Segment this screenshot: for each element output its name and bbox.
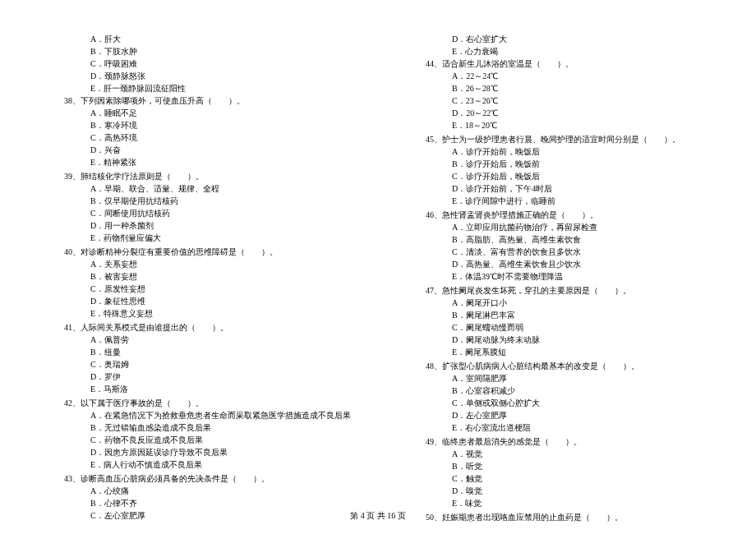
option: D．阑尾动脉为终末动脉 xyxy=(403,334,715,346)
option: D．左心室肥厚 xyxy=(403,409,715,421)
option: B．无过错输血感染造成不良后果 xyxy=(41,421,353,434)
question: 41、人际间关系模式是由谁提出的（ ）。A．佩普劳B．纽曼C．奥瑞姆D．罗伊E．… xyxy=(41,321,353,395)
question-text: 42、以下属于医疗事故的是（ ）。 xyxy=(41,397,353,409)
option: A．关系妄想 xyxy=(41,258,353,270)
option: D．20～22℃ xyxy=(403,107,715,119)
option: D．高热量、高维生素饮食且少饮水 xyxy=(403,258,715,270)
option: B．听觉 xyxy=(403,460,715,472)
question-text: 46、急性肾盂肾炎护理措施正确的是（ ）。 xyxy=(403,209,715,221)
questions-right: 44、适合新生儿沐浴的室温是（ ）。A．22～24℃B．26～28℃C．23～2… xyxy=(403,58,715,523)
option: B．纽曼 xyxy=(41,346,353,358)
option: D．用一种杀菌剂 xyxy=(41,219,353,232)
question-text: 38、下列因素除哪项外，可使血压升高（ ）。 xyxy=(41,94,353,107)
question-text: 47、急性阑尾炎发生坏死，穿孔的主要原因是（ ）。 xyxy=(403,284,715,297)
option: D．颈静脉怒张 xyxy=(41,70,353,82)
question-text: 41、人际间关系模式是由谁提出的（ ）。 xyxy=(41,321,353,334)
page-footer: 第 4 页 共 16 页 xyxy=(0,510,756,522)
option: D．右心室扩大 xyxy=(403,33,715,45)
option: B．下肢水肿 xyxy=(41,45,353,58)
question-text: 48、扩张型心肌病病人心脏结构最基本的改变是（ ）。 xyxy=(403,360,715,372)
option: D．象征性思维 xyxy=(41,295,353,307)
option: D．罗伊 xyxy=(41,371,353,383)
option: E．体温39℃时不需要物理降温 xyxy=(403,270,715,283)
option: A．肝大 xyxy=(41,33,353,45)
option: E．18～20℃ xyxy=(403,119,715,131)
option: D．嗅觉 xyxy=(403,485,715,497)
option: A．睡眠不足 xyxy=(41,107,353,119)
pre-options-right: D．右心室扩大E．心力衰竭 xyxy=(403,33,715,58)
option: A．22～24℃ xyxy=(403,70,715,82)
option: E．病人行动不慎造成不良后果 xyxy=(41,458,353,471)
question-text: 39、肺结核化学疗法原则是（ ）。 xyxy=(41,170,353,182)
option: C．触觉 xyxy=(403,472,715,485)
question: 45、护士为一级护理患者行晨、晚间护理的适宜时间分别是（ ）。A．诊疗开始前，晚… xyxy=(403,133,715,207)
questions-left: 38、下列因素除哪项外，可使血压升高（ ）。A．睡眠不足B．寒冷环境C．高热环境… xyxy=(41,94,353,522)
right-column: D．右心室扩大E．心力衰竭 44、适合新生儿沐浴的室温是（ ）。A．22～24℃… xyxy=(403,33,715,525)
document-columns: A．肝大B．下肢水肿C．呼吸困难D．颈静脉怒张E．肝一颈静脉回流征阳性 38、下… xyxy=(41,33,715,525)
option: B．寒冷环境 xyxy=(41,119,353,131)
option: E．阑尾系膜短 xyxy=(403,346,715,358)
question: 47、急性阑尾炎发生坏死，穿孔的主要原因是（ ）。A．阑尾开口小B．阑尾淋巴丰富… xyxy=(403,284,715,358)
option: A．诊疗开始前，晚饭后 xyxy=(403,145,715,158)
option: A．佩普劳 xyxy=(41,334,353,346)
option: E．精神紧张 xyxy=(41,156,353,168)
option: E．马斯洛 xyxy=(41,383,353,395)
option: E．药物剂量应偏大 xyxy=(41,232,353,244)
question: 39、肺结核化学疗法原则是（ ）。A．早期、联合、适量、规律、全程B．仅早期使用… xyxy=(41,170,353,244)
option: B．仅早期使用抗结核药 xyxy=(41,195,353,207)
option: D．因患方原因延误诊疗导致不良后果 xyxy=(41,446,353,458)
option: E．特殊意义妄想 xyxy=(41,307,353,320)
question: 42、以下属于医疗事故的是（ ）。A．在紧急情况下为抢救垂危患者生命而采取紧急医… xyxy=(41,397,353,471)
question-text: 49、临终患者最后消失的感觉是（ ）。 xyxy=(403,435,715,448)
option: A．立即应用抗菌药物治疗，再留尿检查 xyxy=(403,221,715,233)
question: 44、适合新生儿沐浴的室温是（ ）。A．22～24℃B．26～28℃C．23～2… xyxy=(403,58,715,131)
option: B．心律不齐 xyxy=(41,497,353,509)
option: B．被害妄想 xyxy=(41,270,353,283)
option: E．味觉 xyxy=(403,497,715,509)
option: B．诊疗开始后，晚饭前 xyxy=(403,158,715,170)
option: B．高脂肪、高热量、高维生素饮食 xyxy=(403,233,715,246)
question-text: 43、诊断高血压心脏病必须具备的先决条件是（ ）。 xyxy=(41,472,353,485)
question-text: 44、适合新生儿沐浴的室温是（ ）。 xyxy=(403,58,715,70)
question: 40、对诊断精神分裂症有重要价值的思维障碍是（ ）。A．关系妄想B．被害妄想C．… xyxy=(41,246,353,320)
option: C．高热环境 xyxy=(41,131,353,144)
option: C．23～26℃ xyxy=(403,94,715,107)
option: E．肝一颈静脉回流征阳性 xyxy=(41,82,353,94)
option: C．清淡、富有营养的饮食且多饮水 xyxy=(403,246,715,258)
option: E．右心室流出道梗阻 xyxy=(403,421,715,434)
pre-options-left: A．肝大B．下肢水肿C．呼吸困难D．颈静脉怒张E．肝一颈静脉回流征阳性 xyxy=(41,33,353,94)
option: B．心室容积减少 xyxy=(403,384,715,397)
option: B．阑尾淋巴丰富 xyxy=(403,309,715,321)
question: 49、临终患者最后消失的感觉是（ ）。A．视觉B．听觉C．触觉D．嗅觉E．味觉 xyxy=(403,435,715,509)
option: C．药物不良反应造成不良后果 xyxy=(41,434,353,446)
question-text: 40、对诊断精神分裂症有重要价值的思维障碍是（ ）。 xyxy=(41,246,353,258)
option: E．诊疗间隙中进行，临睡前 xyxy=(403,195,715,207)
option: A．在紧急情况下为抢救垂危患者生命而采取紧急医学措施造成不良后果 xyxy=(41,409,353,421)
option: C．阑尾蠕动慢而弱 xyxy=(403,321,715,334)
option: A．心绞痛 xyxy=(41,485,353,497)
option: A．视觉 xyxy=(403,448,715,460)
option: A．早期、联合、适量、规律、全程 xyxy=(41,182,353,195)
question-text: 45、护士为一级护理患者行晨、晚间护理的适宜时间分别是（ ）。 xyxy=(403,133,715,145)
left-column: A．肝大B．下肢水肿C．呼吸困难D．颈静脉怒张E．肝一颈静脉回流征阳性 38、下… xyxy=(41,33,353,525)
option: D．诊疗开始前，下午4时后 xyxy=(403,182,715,195)
option: E．心力衰竭 xyxy=(403,45,715,58)
option: C．间断使用抗结核药 xyxy=(41,207,353,219)
option: A．室间隔肥厚 xyxy=(403,372,715,384)
question: 38、下列因素除哪项外，可使血压升高（ ）。A．睡眠不足B．寒冷环境C．高热环境… xyxy=(41,94,353,168)
option: C．奥瑞姆 xyxy=(41,358,353,371)
option: D．兴奋 xyxy=(41,144,353,156)
question: 48、扩张型心肌病病人心脏结构最基本的改变是（ ）。A．室间隔肥厚B．心室容积减… xyxy=(403,360,715,434)
option: A．阑尾开口小 xyxy=(403,297,715,309)
question: 46、急性肾盂肾炎护理措施正确的是（ ）。A．立即应用抗菌药物治疗，再留尿检查B… xyxy=(403,209,715,283)
option: C．呼吸困难 xyxy=(41,58,353,70)
option: C．单侧或双侧心腔扩大 xyxy=(403,397,715,409)
option: B．26～28℃ xyxy=(403,82,715,94)
option: C．诊疗开始后，晚饭后 xyxy=(403,170,715,182)
option: C．原发性妄想 xyxy=(41,283,353,295)
